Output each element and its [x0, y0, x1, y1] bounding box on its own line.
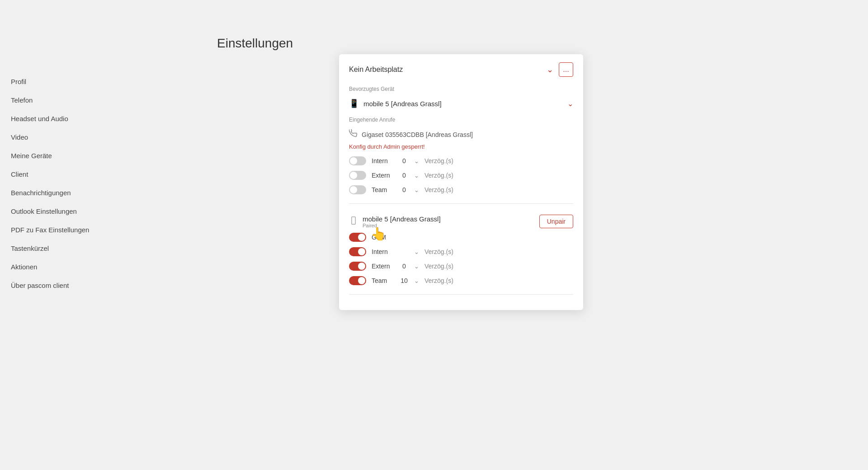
verzog-extern2: Verzög.(s) — [425, 263, 453, 270]
sidebar: Profil Telefon Headset und Audio Video M… — [0, 0, 104, 470]
toggle-row-team1: Team 0 ⌄ Verzög.(s) — [339, 183, 583, 197]
toggle-row-extern1: Extern 0 ⌄ Verzög.(s) — [339, 168, 583, 183]
label-intern2: Intern — [372, 248, 394, 255]
label-extern1: Extern — [372, 172, 394, 179]
unpair-button[interactable]: Unpair — [539, 215, 573, 228]
chevron-extern2-icon[interactable]: ⌄ — [414, 263, 419, 270]
toggle-gsm[interactable] — [349, 233, 366, 242]
paired-device-name: mobile 5 [Andreas Grassl] — [363, 215, 539, 223]
incoming-calls-label: Eingehende Anrufe — [339, 113, 583, 126]
number-extern1: 0 — [400, 172, 409, 179]
number-extern2: 0 — [400, 263, 409, 270]
number-intern1: 0 — [400, 157, 409, 164]
section-divider-1 — [349, 203, 573, 204]
verzog-intern2: Verzög.(s) — [425, 248, 453, 255]
label-extern2: Extern — [372, 263, 394, 270]
label-team1: Team — [372, 186, 394, 193]
sidebar-item-telefon[interactable]: Telefon — [0, 91, 104, 109]
toggle-row-extern2: Extern 0 ⌄ Verzög.(s) — [339, 259, 583, 273]
settings-card: Kein Arbeitsplatz ⌄ ... Bevorzugtes Gerä… — [339, 54, 583, 310]
chevron-team2-icon[interactable]: ⌄ — [414, 277, 419, 284]
mobile-icon: 📱 — [349, 99, 359, 108]
phone-icon — [349, 129, 357, 140]
sidebar-item-pdf-fax[interactable]: PDF zu Fax Einstellungen — [0, 221, 104, 239]
number-team1: 0 — [400, 186, 409, 193]
section-divider-2 — [349, 294, 573, 295]
toggle-row-gsm: GSM 👆 — [339, 230, 583, 244]
chevron-intern2-icon[interactable]: ⌄ — [414, 249, 419, 255]
toggle-team2[interactable] — [349, 276, 366, 285]
page-container: Profil Telefon Headset und Audio Video M… — [0, 0, 868, 470]
sidebar-item-meine-geraete[interactable]: Meine Geräte — [0, 146, 104, 165]
preferred-device-label: Bevorzugtes Gerät — [339, 83, 583, 94]
toggle-extern1[interactable] — [349, 171, 366, 180]
number-team2: 10 — [400, 277, 409, 284]
card-header: Kein Arbeitsplatz ⌄ ... — [339, 54, 583, 83]
paired-device-row: mobile 5 [Andreas Grassl] Paired Unpair — [339, 210, 583, 230]
svg-rect-0 — [352, 216, 355, 224]
card-header-title: Kein Arbeitsplatz — [349, 66, 547, 74]
toggle-extern2[interactable] — [349, 262, 366, 271]
label-team2: Team — [372, 277, 394, 284]
sidebar-item-headset-audio[interactable]: Headset und Audio — [0, 109, 104, 128]
gigaset-device-row: Gigaset 035563CDBB [Andreas Grassl] — [339, 126, 583, 141]
sidebar-item-aktionen[interactable]: Aktionen — [0, 258, 104, 276]
chevron-team1-icon[interactable]: ⌄ — [414, 187, 419, 193]
chevron-intern1-icon[interactable]: ⌄ — [414, 158, 419, 164]
preferred-device-name: mobile 5 [Andreas Grassl] — [363, 100, 567, 108]
sidebar-item-tastenkuerzel[interactable]: Tastenkürzel — [0, 239, 104, 258]
chevron-extern1-icon[interactable]: ⌄ — [414, 172, 419, 179]
main-content: Einstellungen Kein Arbeitsplatz ⌄ ... Be… — [104, 0, 868, 470]
toggle-row-intern2: Intern ⌄ Verzög.(s) — [339, 244, 583, 259]
page-title: Einstellungen — [212, 36, 868, 51]
verzog-team2: Verzög.(s) — [425, 277, 453, 284]
admin-blocked-text: Konfig durch Admin gesperrt! — [339, 141, 583, 154]
verzog-extern1: Verzög.(s) — [425, 172, 453, 179]
sidebar-item-video[interactable]: Video — [0, 128, 104, 146]
sidebar-item-profil[interactable]: Profil — [0, 72, 104, 91]
label-gsm: GSM — [372, 234, 394, 241]
verzog-intern1: Verzög.(s) — [425, 157, 453, 164]
toggle-intern2[interactable] — [349, 247, 366, 256]
sidebar-item-client[interactable]: Client — [0, 165, 104, 183]
paired-badge: Paired — [363, 223, 539, 228]
card-header-chevron-icon[interactable]: ⌄ — [547, 65, 553, 75]
sidebar-item-ueber[interactable]: Über pascom client — [0, 276, 104, 295]
toggle-row-intern1: Intern 0 ⌄ Verzög.(s) — [339, 154, 583, 168]
toggle-row-team2: Team 10 ⌄ Verzög.(s) — [339, 273, 583, 288]
paired-mobile-icon — [349, 216, 358, 227]
paired-device-info: mobile 5 [Andreas Grassl] Paired — [363, 215, 539, 228]
sidebar-item-benachrichtigungen[interactable]: Benachrichtigungen — [0, 183, 104, 202]
gigaset-device-name: Gigaset 035563CDBB [Andreas Grassl] — [362, 131, 473, 138]
toggle-intern1[interactable] — [349, 156, 366, 165]
preferred-device-row: 📱 mobile 5 [Andreas Grassl] ⌄ — [339, 94, 583, 113]
preferred-device-chevron-icon[interactable]: ⌄ — [567, 99, 573, 108]
sidebar-item-outlook[interactable]: Outlook Einstellungen — [0, 202, 104, 221]
toggle-team1[interactable] — [349, 185, 366, 194]
verzog-team1: Verzög.(s) — [425, 186, 453, 193]
label-intern1: Intern — [372, 157, 394, 164]
card-dots-button[interactable]: ... — [559, 62, 573, 77]
